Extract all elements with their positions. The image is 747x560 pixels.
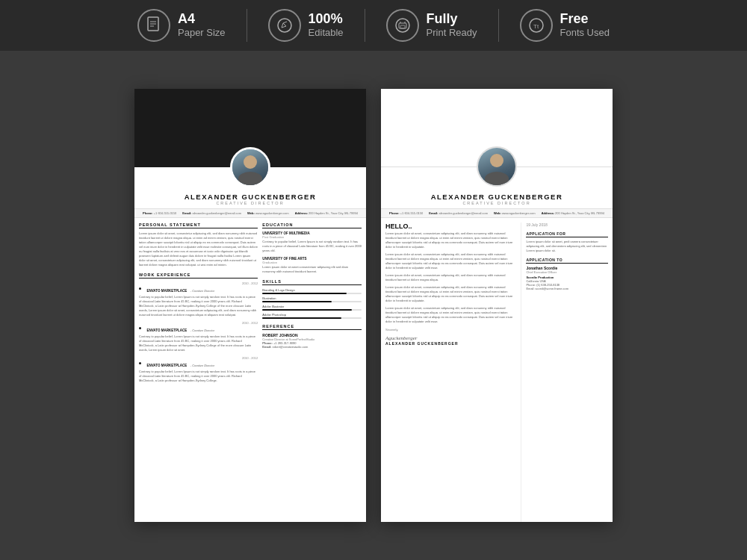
cv-name-section: ALEXANDER GUCKENBERGER CREATIVE DIRECTOR [134, 193, 366, 205]
print-ready-icon [386, 9, 419, 42]
education-title: EDUCATION [262, 223, 362, 228]
cover-job-title: CREATIVE DIRECTOR [381, 201, 613, 205]
paper-size-text: A4 Paper Size [178, 12, 226, 38]
skills-title: SKILLS [262, 279, 362, 285]
cover-body-text-5: Lorem ipsum dolor sit amet, consectetuer… [385, 306, 516, 324]
job3-year: 2010 - 2012 [242, 356, 258, 360]
cv-address: Address: 200 Hayden St., Yazz City, ML 7… [295, 211, 358, 215]
cover-sign-name: ALEXANDER GUCKENBERGER [385, 341, 516, 346]
job3-company: ENVATO MARKETPLACE [146, 364, 187, 367]
application-to-title: APPLICATION TO [526, 258, 608, 264]
cover-header [381, 89, 613, 167]
application-for-text: Lorem ipsum dolor sit amet, pedi camera … [526, 240, 608, 253]
free-fonts-subtitle: Fonts Used [560, 27, 610, 39]
edu2-degree: Graduation [262, 261, 362, 264]
job1-text: Contrary to popular belief, Lorem Ipsum … [139, 295, 258, 317]
cv-contact-bar: Phone: +1 604-555-0150 Email: alexander-… [134, 208, 366, 218]
cover-email: Email: alexander-guckenberger@email.com [429, 211, 488, 215]
cover-avatar-image [478, 148, 515, 185]
job2-year: 2010 - 2012 [242, 321, 258, 325]
cover-avatar [477, 146, 517, 187]
application-for-title: APPLICATION FOR [526, 231, 608, 237]
svg-rect-8 [400, 25, 405, 28]
feature-print-ready: Fully Print Ready [365, 9, 499, 42]
personal-statement-text: Lorem ipsum dolor sit amet, consectetur … [139, 231, 258, 267]
cover-hello: HELLO.. [385, 223, 516, 230]
free-fonts-title: Free [560, 12, 610, 27]
cover-sincerely: Sincerely, [385, 328, 516, 332]
cv-phone: Phone: +1 604-555-0150 [143, 211, 176, 215]
cover-letter-card: ALEXANDER GUCKENBERGER CREATIVE DIRECTOR… [381, 89, 613, 522]
job2-company: ENVATO MARKETPLACE [146, 329, 187, 332]
free-fonts-text: Free Fonts Used [560, 12, 610, 38]
edu-entry-2: UNIVERSITY OF FINE ARTS Graduation Lorem… [262, 257, 362, 274]
cover-body-text-3: Lorem ipsum dolor sit amet, consectetuer… [385, 273, 516, 282]
cover-address: Address: 200 Hayden St., Yazz City, ML 7… [542, 211, 604, 215]
cover-phone: Phone: +1 604-555-0150 [389, 211, 423, 215]
job3-text: Contrary to popular belief, Lorem Ipsum … [139, 370, 258, 383]
edu-entry-1: UNIVERSITY OF MULTIMEDIA Post Graduation… [262, 231, 362, 253]
svg-point-4 [278, 19, 291, 32]
print-ready-title: Fully [427, 12, 477, 27]
cv-job-title: CREATIVE DIRECTOR [134, 201, 366, 205]
svg-text:Tt: Tt [533, 23, 539, 30]
feature-paper-size: A4 Paper Size [117, 9, 247, 42]
job-entry-2: ENVATO MARKETPLACE - Creative Director 2… [139, 321, 258, 352]
cv-header [134, 89, 366, 167]
cover-body-text-1: Lorem ipsum dolor sit amet, consectetuer… [385, 231, 516, 249]
editable-title: 100% [309, 12, 344, 27]
skill-1: Branding & Logo Design [262, 288, 362, 294]
main-content: ALEXANDER GUCKENBERGER CREATIVE DIRECTOR… [0, 51, 747, 560]
cv-email: Email: alexander-guckenberger@email.com [182, 211, 241, 215]
editable-icon [268, 9, 301, 42]
cv-right-column: EDUCATION UNIVERSITY OF MULTIMEDIA Post … [262, 223, 362, 516]
edu1-degree: Post Graduation [262, 235, 362, 239]
cover-body-text-4: Lorem ipsum dolor sit amet, consectetuer… [385, 285, 516, 303]
print-ready-text: Fully Print Ready [427, 12, 477, 38]
cover-body: HELLO.. Lorem ipsum dolor sit amet, cons… [381, 218, 613, 522]
cover-contact-bar: Phone: +1 604-555-0150 Email: alexander-… [381, 208, 613, 218]
cover-name-section: ALEXANDER GUCKENBERGER CREATIVE DIRECTOR [381, 193, 613, 205]
cv-left-column: PERSONAL STATEMENT Lorem ipsum dolor sit… [139, 223, 258, 516]
cv-body: PERSONAL STATEMENT Lorem ipsum dolor sit… [134, 218, 366, 520]
job-entry-1: ENVATO MARKETPLACE - Creative Director 2… [139, 281, 258, 317]
cover-date: 19 July 2018 [526, 223, 608, 227]
feature-free-fonts: Tt Free Fonts Used [499, 9, 630, 42]
ref-email: Email: robert@creativestudio.com [262, 345, 362, 349]
cover-left-column: HELLO.. Lorem ipsum dolor sit amet, cons… [385, 223, 516, 522]
cv-avatar-image [232, 149, 268, 185]
free-fonts-icon: Tt [520, 9, 553, 42]
cv-web: Web: www.aguckenberger.com [247, 211, 289, 215]
paper-size-icon [137, 9, 170, 42]
edu1-text: Contrary to popular belief, Lorem Ipsum … [262, 240, 362, 253]
skill-4: Adobe Photoshop [262, 313, 362, 319]
job1-role: - Creative Director [190, 289, 214, 293]
edu2-text: Lorem ipsum dolor sit amet consectetuer … [262, 265, 362, 274]
cover-name: ALEXANDER GUCKENBERGER [381, 193, 613, 201]
paper-size-title: A4 [178, 12, 226, 27]
cover-signature: Aguckenberger [385, 335, 516, 341]
personal-statement-title: PERSONAL STATEMENT [139, 223, 258, 228]
cv-avatar [230, 147, 270, 187]
svg-line-5 [283, 22, 287, 23]
skill-2: Illustration [262, 296, 362, 302]
job1-company: ENVATO MARKETPLACE [146, 289, 187, 293]
reference-title: REFERENCE [262, 324, 362, 330]
paper-size-subtitle: Paper Size [178, 27, 226, 39]
feature-editable: 100% Editable [247, 9, 365, 42]
print-ready-subtitle: Print Ready [427, 27, 477, 39]
skill-3: Adobe Illustrator [262, 305, 362, 311]
editable-text: 100% Editable [309, 12, 344, 38]
resume-card: ALEXANDER GUCKENBERGER CREATIVE DIRECTOR… [134, 89, 366, 522]
svg-rect-7 [399, 23, 406, 28]
cv-name: ALEXANDER GUCKENBERGER [134, 193, 366, 201]
job-entry-3: ENVATO MARKETPLACE - Creative Director 2… [139, 356, 258, 383]
job2-text: Contrary to popular belief, Lorem Ipsum … [139, 335, 258, 352]
application-to-email: Email: scordi@some.frame.com [526, 287, 608, 290]
cover-right-column: 19 July 2018 APPLICATION FOR Lorem ipsum… [521, 223, 608, 522]
cover-web: Web: www.aguckenberger.com [494, 211, 536, 215]
editable-subtitle: Editable [309, 27, 344, 39]
application-to-role: Chief Executive Officer [526, 270, 608, 274]
job1-year: 2010 - 2012 [242, 281, 258, 285]
top-bar: A4 Paper Size 100% Editable [0, 0, 747, 51]
